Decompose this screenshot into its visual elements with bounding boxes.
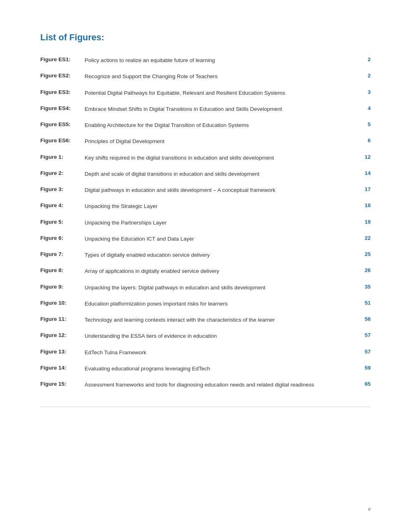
figure-title: Unpacking the Education ICT and Data Lay… bbox=[85, 233, 359, 245]
figure-title: Key shifts required in the digital trans… bbox=[85, 152, 359, 164]
page-divider bbox=[40, 407, 371, 407]
figure-page-number: 25 bbox=[359, 249, 371, 262]
figure-title: Assessment frameworks and tools for diag… bbox=[85, 378, 359, 391]
figure-title: Potential Digital Pathways for Equitable… bbox=[85, 87, 359, 100]
spacer-row bbox=[40, 148, 371, 152]
section-title: List of Figures: bbox=[40, 32, 371, 43]
list-item: Figure 5:Unpacking the Partnerships Laye… bbox=[40, 216, 371, 229]
figure-label: Figure 4: bbox=[40, 200, 85, 213]
spacer-row bbox=[40, 67, 371, 70]
figure-title: Types of digitally enabled education ser… bbox=[85, 249, 359, 262]
figure-page-number: 6 bbox=[359, 135, 371, 148]
figure-title: Principles of Digital Development bbox=[85, 135, 359, 148]
figure-page-number: 2 bbox=[359, 70, 371, 83]
figure-label: Figure ES4: bbox=[40, 103, 85, 116]
figure-label: Figure ES6: bbox=[40, 135, 85, 148]
figures-table: Figure ES1:Policy actions to realize an … bbox=[40, 54, 371, 395]
figure-page-number: 3 bbox=[359, 87, 371, 100]
spacer-row bbox=[40, 391, 371, 395]
figure-page-number: 51 bbox=[359, 297, 371, 310]
figure-label: Figure 12: bbox=[40, 330, 85, 343]
spacer-row bbox=[40, 326, 371, 330]
list-item: Figure 11:Technology and learning contex… bbox=[40, 314, 371, 326]
figure-label: Figure ES5: bbox=[40, 119, 85, 132]
spacer-row bbox=[40, 359, 371, 362]
figure-page-number: 18 bbox=[359, 200, 371, 213]
figure-page-number: 12 bbox=[359, 152, 371, 164]
figure-label: Figure 3: bbox=[40, 184, 85, 197]
figure-label: Figure 1: bbox=[40, 152, 85, 164]
figure-page-number: 22 bbox=[359, 233, 371, 245]
figure-title: Policy actions to realize an equitable f… bbox=[85, 54, 359, 67]
figure-title: Technology and learning contexts interac… bbox=[85, 314, 359, 326]
figure-label: Figure ES3: bbox=[40, 87, 85, 100]
figure-title: Understanding the ESSA tiers of evidence… bbox=[85, 330, 359, 343]
figure-page-number: 19 bbox=[359, 216, 371, 229]
list-item: Figure 12:Understanding the ESSA tiers o… bbox=[40, 330, 371, 343]
spacer-row bbox=[40, 83, 371, 87]
figure-title: Array of applications in digitally enabl… bbox=[85, 265, 359, 278]
figure-page-number: 35 bbox=[359, 281, 371, 294]
figure-label: Figure 6: bbox=[40, 233, 85, 245]
spacer-row bbox=[40, 229, 371, 233]
list-item: Figure 15:Assessment frameworks and tool… bbox=[40, 378, 371, 391]
figure-page-number: 57 bbox=[359, 330, 371, 343]
figure-title: Embrace Mindset Shifts in Digital Transi… bbox=[85, 103, 359, 116]
figure-page-number: 2 bbox=[359, 54, 371, 67]
figure-page-number: 17 bbox=[359, 184, 371, 197]
figure-title: Digital pathways in education and skills… bbox=[85, 184, 359, 197]
spacer-row bbox=[40, 181, 371, 184]
list-item: Figure 6:Unpacking the Education ICT and… bbox=[40, 233, 371, 245]
figure-label: Figure 13: bbox=[40, 346, 85, 359]
figure-label: Figure 5: bbox=[40, 216, 85, 229]
spacer-row bbox=[40, 343, 371, 346]
figure-label: Figure ES2: bbox=[40, 70, 85, 83]
list-item: Figure ES4:Embrace Mindset Shifts in Dig… bbox=[40, 103, 371, 116]
figure-label: Figure 10: bbox=[40, 297, 85, 310]
figure-label: Figure 9: bbox=[40, 281, 85, 294]
spacer-row bbox=[40, 262, 371, 265]
spacer-row bbox=[40, 245, 371, 249]
figure-title: Education platformization poses importan… bbox=[85, 297, 359, 310]
page: List of Figures: Figure ES1:Policy actio… bbox=[0, 0, 411, 532]
figure-title: Enabling Architecture for the Digital Tr… bbox=[85, 119, 359, 132]
figure-title: Unpacking the Strategic Layer bbox=[85, 200, 359, 213]
list-item: Figure 13:EdTech Tulna Framework57 bbox=[40, 346, 371, 359]
figure-title: Evaluating educational programs leveragi… bbox=[85, 362, 359, 375]
figure-title: Unpacking the Partnerships Layer bbox=[85, 216, 359, 229]
figure-page-number: 4 bbox=[359, 103, 371, 116]
spacer-row bbox=[40, 100, 371, 103]
list-item: Figure 8:Array of applications in digita… bbox=[40, 265, 371, 278]
figure-page-number: 56 bbox=[359, 314, 371, 326]
page-number: v bbox=[368, 506, 371, 512]
figure-title: EdTech Tulna Framework bbox=[85, 346, 359, 359]
figure-label: Figure 15: bbox=[40, 378, 85, 391]
figure-title: Unpacking the layers: Digital pathways i… bbox=[85, 281, 359, 294]
list-item: Figure 9:Unpacking the layers: Digital p… bbox=[40, 281, 371, 294]
list-item: Figure 7:Types of digitally enabled educ… bbox=[40, 249, 371, 262]
figure-label: Figure 8: bbox=[40, 265, 85, 278]
list-item: Figure ES6:Principles of Digital Develop… bbox=[40, 135, 371, 148]
list-item: Figure ES1:Policy actions to realize an … bbox=[40, 54, 371, 67]
figure-page-number: 26 bbox=[359, 265, 371, 278]
spacer-row bbox=[40, 294, 371, 297]
figure-title: Depth and scale of digital transitions i… bbox=[85, 168, 359, 181]
spacer-row bbox=[40, 310, 371, 314]
list-item: Figure 10:Education platformization pose… bbox=[40, 297, 371, 310]
figure-label: Figure 2: bbox=[40, 168, 85, 181]
figure-label: Figure ES1: bbox=[40, 54, 85, 67]
figure-label: Figure 7: bbox=[40, 249, 85, 262]
list-item: Figure ES5:Enabling Architecture for the… bbox=[40, 119, 371, 132]
figure-page-number: 65 bbox=[359, 378, 371, 391]
list-item: Figure 3:Digital pathways in education a… bbox=[40, 184, 371, 197]
spacer-row bbox=[40, 278, 371, 281]
spacer-row bbox=[40, 375, 371, 378]
spacer-row bbox=[40, 197, 371, 200]
list-item: Figure ES2:Recognize and Support the Cha… bbox=[40, 70, 371, 83]
spacer-row bbox=[40, 132, 371, 135]
list-item: Figure 1:Key shifts required in the digi… bbox=[40, 152, 371, 164]
list-item: Figure ES3:Potential Digital Pathways fo… bbox=[40, 87, 371, 100]
list-item: Figure 4:Unpacking the Strategic Layer18 bbox=[40, 200, 371, 213]
figure-label: Figure 11: bbox=[40, 314, 85, 326]
figure-page-number: 14 bbox=[359, 168, 371, 181]
